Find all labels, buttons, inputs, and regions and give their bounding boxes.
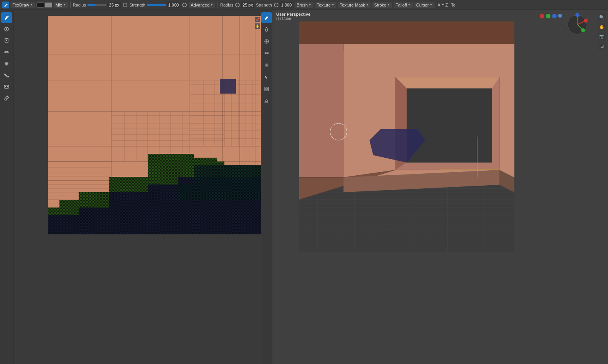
mix-label: Mix [56, 3, 62, 7]
uv-background [48, 16, 261, 234]
mid-smear-icon [264, 51, 269, 56]
sep1 [70, 2, 71, 8]
viewport-right-icons: 🔍 ✋ 📷 ⊞ [598, 13, 606, 50]
svg-marker-113 [299, 44, 343, 177]
xyz-label: X Y Z [438, 3, 448, 7]
axis-widget: X Y Z [566, 13, 589, 36]
svg-line-13 [6, 98, 7, 99]
color-swatches[interactable] [36, 2, 52, 8]
mid-water-btn[interactable] [261, 24, 272, 35]
tool-name-dropdown[interactable]: TexDraw ▼ [11, 2, 35, 8]
svg-point-11 [5, 86, 6, 87]
svg-line-4 [8, 16, 9, 16]
tool-clone[interactable] [1, 35, 12, 46]
texture-mask-dropdown[interactable]: Texture Mask ▼ [338, 2, 371, 8]
svg-point-12 [7, 86, 8, 87]
uv-panel: 📌 ✋ [13, 10, 261, 364]
tool-fill[interactable] [1, 70, 12, 81]
mid-water-icon [264, 27, 269, 32]
mid-pen2-btn[interactable] [261, 96, 272, 106]
vp-search-icon[interactable]: 🔍 [598, 13, 606, 21]
te-label: Te [451, 3, 456, 7]
svg-rect-80 [265, 87, 266, 89]
advanced-dropdown[interactable]: Advanced ▼ [189, 2, 215, 8]
foreground-color[interactable] [36, 2, 44, 8]
smear-tool-icon [3, 49, 10, 55]
tool-eyedrop[interactable] [1, 93, 12, 104]
svg-point-1 [183, 3, 186, 7]
mid-draw-btn[interactable] [261, 12, 272, 23]
vp-camera-icon[interactable]: 📷 [598, 32, 606, 41]
left-sidebar [0, 10, 13, 364]
svg-point-7 [6, 40, 7, 41]
erase-tool-icon [3, 26, 10, 32]
svg-point-3 [274, 3, 278, 7]
mid-fill-icon [264, 74, 269, 80]
texture-mask-arrow: ▼ [366, 3, 369, 7]
uv-canvas-area[interactable]: 📌 ✋ [13, 10, 261, 364]
radius2-control[interactable]: 25 px [235, 2, 254, 8]
tool-draw[interactable] [1, 12, 12, 23]
svg-text:Z: Z [578, 15, 580, 17]
radius-value[interactable]: 25 px [107, 2, 121, 8]
viewport[interactable]: User Perspective (1) Cube X Y Z [272, 10, 608, 364]
svg-point-79 [265, 64, 268, 66]
tool-name-label: TexDraw [13, 3, 29, 7]
strength2-label: Strength [256, 3, 272, 7]
cursor-arrow: ▼ [430, 3, 433, 7]
top-toolbar: TexDraw ▼ Mix ▼ Radius 25 px Strength 1.… [0, 0, 608, 10]
strength2-icon [274, 2, 279, 8]
mid-blur-btn[interactable] [261, 60, 272, 71]
dot-red [540, 14, 544, 18]
uv-canvas[interactable] [48, 16, 261, 234]
fill-tool-icon [3, 72, 10, 78]
brush-dropdown[interactable]: Brush ▼ [295, 2, 313, 8]
cursor-dropdown[interactable]: Cursor ▼ [414, 2, 435, 8]
tool-blur[interactable] [1, 58, 12, 69]
texture-label: Texture [317, 3, 331, 7]
brush-label: Brush [297, 3, 308, 7]
mix-dropdown[interactable]: Mix ▼ [54, 2, 68, 8]
strength-slider[interactable] [147, 4, 166, 6]
radius2-label: Radius [220, 3, 233, 7]
radius2-value[interactable]: 25 px [241, 2, 254, 8]
draw-icon [3, 3, 8, 7]
mid-clone-icon [264, 39, 269, 44]
mid-smear-btn[interactable] [261, 48, 272, 59]
uv-hand-icon[interactable]: ✋ [255, 23, 260, 29]
viewport-header: User Perspective (1) Cube [276, 12, 310, 21]
texture-dropdown[interactable]: Texture ▼ [315, 2, 336, 8]
mid-grid-btn[interactable] [261, 84, 272, 94]
uv-pin-icon[interactable]: 📌 [255, 17, 260, 22]
tool-smear[interactable] [1, 47, 12, 58]
mid-clone-btn[interactable] [261, 36, 272, 47]
tool-mask[interactable] [1, 81, 12, 92]
strength2-value[interactable]: 1.000 [280, 2, 293, 8]
svg-point-0 [123, 3, 127, 7]
falloff-dropdown[interactable]: Falloff ▼ [394, 2, 413, 8]
background-color[interactable] [44, 2, 52, 8]
stroke-dropdown[interactable]: Stroke ▼ [372, 2, 392, 8]
strength-value[interactable]: 1.000 [167, 2, 181, 8]
radius-control[interactable]: 25 px [87, 2, 121, 8]
vp-grid-icon[interactable]: ⊞ [598, 42, 606, 50]
falloff-arrow: ▼ [408, 3, 411, 7]
dot-accent [558, 14, 562, 18]
viewport-3d-scene [295, 21, 518, 252]
cursor-label: Cursor [416, 3, 429, 7]
strength-control[interactable]: 1.000 [147, 2, 181, 8]
strength-icon [182, 2, 187, 8]
strength-label: Strength [129, 3, 145, 7]
view-name: User Perspective [276, 12, 310, 16]
mid-fill-btn[interactable] [261, 72, 272, 82]
draw-tool-icon [3, 15, 10, 21]
radius-slider[interactable] [87, 4, 107, 6]
mid-pen2-icon [264, 98, 269, 104]
strength2-control[interactable]: 1.000 [274, 2, 293, 8]
texture-arrow: ▼ [331, 3, 334, 7]
radius2-icon [235, 2, 240, 8]
dot-blue [552, 14, 557, 18]
vp-pan-icon[interactable]: ✋ [598, 23, 606, 31]
tool-erase[interactable] [1, 24, 12, 35]
svg-rect-111 [299, 21, 514, 44]
